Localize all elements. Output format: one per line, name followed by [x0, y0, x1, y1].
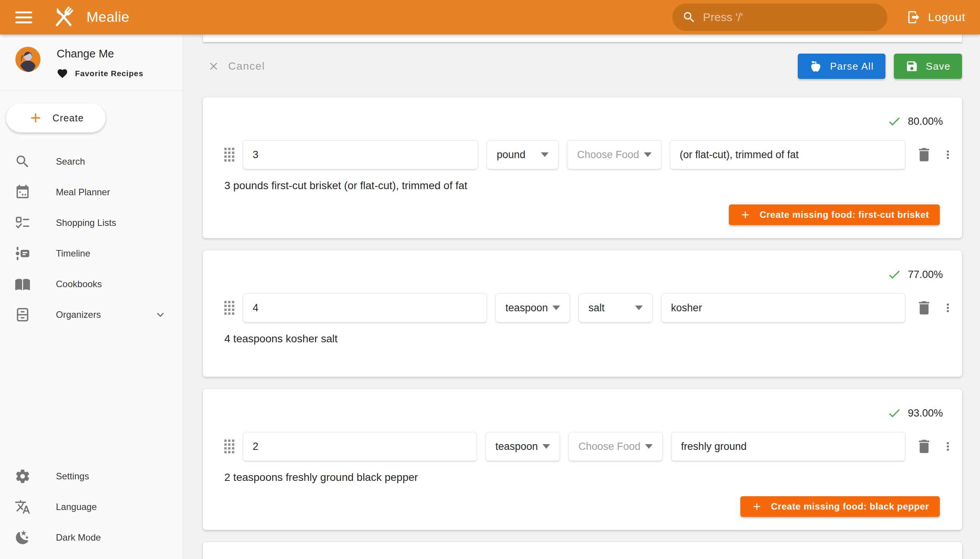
sidebar-item-label: Organizers: [56, 309, 101, 320]
food-select[interactable]: Choose Food: [568, 432, 663, 461]
book-open-icon: [15, 276, 31, 292]
save-button[interactable]: Save: [894, 54, 962, 79]
missing-food-row: Create missing food: first-cut brisket: [203, 192, 962, 225]
sidebar: Change Me Favorite Recipes Create Search: [0, 35, 183, 559]
favorites-label: Favorite Recipes: [75, 69, 143, 78]
note-input[interactable]: [671, 432, 906, 461]
logout-label: Logout: [928, 11, 965, 24]
original-ingredient-text: 4 teaspoons kosher salt: [224, 332, 940, 346]
global-search[interactable]: [672, 3, 887, 31]
search-icon: [682, 10, 696, 24]
confidence-indicator: 93.00%: [203, 389, 962, 420]
sidebar-item-timeline[interactable]: Timeline: [0, 238, 183, 269]
food-value: Choose Food: [577, 149, 639, 161]
food-select[interactable]: salt: [578, 293, 653, 322]
unit-value: pound: [496, 149, 525, 161]
delete-button[interactable]: [915, 145, 933, 165]
ingredient-card: 80.00% pound Choose Food: [203, 97, 962, 238]
trash-icon: [915, 438, 933, 455]
drag-handle[interactable]: [224, 440, 234, 453]
delete-button[interactable]: [915, 437, 933, 456]
sidebar-item-search[interactable]: Search: [0, 146, 183, 177]
heart-icon: [57, 68, 68, 79]
unit-select[interactable]: teaspoon: [495, 293, 570, 322]
note-input[interactable]: [670, 140, 906, 169]
ingredient-card: 93.00% teaspoon Choose Food: [203, 389, 962, 530]
cancel-button[interactable]: Cancel: [203, 60, 269, 72]
timeline-icon: [15, 245, 31, 261]
ingredient-fields: teaspoon salt: [203, 293, 962, 322]
chevron-down-icon: [154, 308, 167, 322]
confidence-value: 80.00%: [908, 116, 943, 127]
user-name: Change Me: [57, 48, 143, 60]
plus-icon: [28, 110, 43, 126]
quantity-input[interactable]: [243, 140, 478, 169]
food-value: salt: [588, 302, 605, 314]
sidebar-item-shopping-lists[interactable]: Shopping Lists: [0, 208, 183, 238]
food-select[interactable]: Choose Food: [567, 140, 661, 169]
sidebar-item-language[interactable]: Language: [0, 491, 183, 522]
create-missing-food-button[interactable]: Create missing food: black pepper: [740, 496, 940, 517]
trash-icon: [915, 299, 933, 317]
sidebar-item-label: Dark Mode: [56, 532, 101, 543]
unit-select[interactable]: pound: [487, 140, 559, 169]
check-icon: [887, 114, 902, 129]
sidebar-item-label: Shopping Lists: [56, 217, 116, 228]
dropdown-arrow-icon: [635, 306, 643, 310]
unit-select[interactable]: teaspoon: [486, 432, 560, 461]
drag-handle[interactable]: [224, 148, 234, 162]
delete-button[interactable]: [915, 298, 933, 318]
gear-icon: [15, 468, 31, 485]
sidebar-item-settings[interactable]: Settings: [0, 461, 183, 491]
ingredient-list: 80.00% pound Choose Food: [203, 97, 962, 559]
sidebar-divider: [0, 90, 183, 90]
parse-all-label: Parse All: [830, 61, 874, 72]
confidence-indicator: 77.00%: [203, 250, 962, 282]
checklist-icon: [15, 215, 31, 231]
save-label: Save: [926, 61, 950, 72]
check-icon: [887, 267, 902, 282]
dropdown-arrow-icon: [644, 152, 651, 157]
parse-all-button[interactable]: Parse All: [798, 54, 885, 79]
quantity-input[interactable]: [243, 293, 487, 322]
original-ingredient-text: 3 pounds first-cut brisket (or flat-cut)…: [224, 179, 940, 192]
favorite-recipes-link[interactable]: Favorite Recipes: [57, 68, 143, 79]
ingredient-fields: teaspoon Choose Food: [203, 432, 962, 461]
missing-food-row: Create missing food: black pepper: [203, 484, 962, 517]
mealie-logo-icon: [49, 3, 78, 32]
more-options-button[interactable]: [941, 145, 954, 165]
drag-handle[interactable]: [224, 301, 234, 315]
avatar[interactable]: [15, 47, 41, 72]
file-cabinet-icon: [15, 307, 31, 323]
check-icon: [887, 406, 902, 420]
unit-value: teaspoon: [495, 441, 538, 453]
more-options-button[interactable]: [941, 437, 954, 456]
mealie-app: Mealie Logout: [0, 0, 980, 559]
scrolled-card-edge: [203, 35, 962, 42]
more-options-button[interactable]: [941, 298, 954, 318]
search-input[interactable]: [703, 11, 878, 24]
note-input[interactable]: [661, 293, 906, 322]
logout-button[interactable]: Logout: [907, 10, 965, 25]
create-missing-food-button[interactable]: Create missing food: first-cut brisket: [729, 205, 940, 225]
create-button[interactable]: Create: [6, 103, 106, 132]
quantity-input[interactable]: [243, 432, 477, 461]
hamburger-menu-button[interactable]: [15, 12, 32, 23]
sidebar-item-cookbooks[interactable]: Cookbooks: [0, 269, 183, 299]
trash-icon: [915, 146, 933, 164]
ingredient-fields: pound Choose Food: [203, 140, 962, 169]
dropdown-arrow-icon: [542, 444, 550, 449]
user-profile-link[interactable]: Change Me Favorite Recipes: [0, 35, 183, 90]
cancel-label: Cancel: [228, 60, 265, 72]
ingredient-parser-page: Cancel Parse All Save: [183, 35, 980, 559]
sidebar-nav: Search Meal Planner Shopping Lists Timel…: [0, 146, 183, 330]
dropdown-arrow-icon: [541, 152, 549, 157]
moon-icon: [15, 529, 31, 546]
sidebar-item-label: Search: [56, 156, 85, 167]
sidebar-item-dark-mode[interactable]: Dark Mode: [0, 522, 183, 553]
create-missing-food-label: Create missing food: first-cut brisket: [760, 210, 929, 220]
sidebar-item-meal-planner[interactable]: Meal Planner: [0, 177, 183, 208]
sidebar-item-label: Cookbooks: [56, 279, 102, 289]
sidebar-item-organizers[interactable]: Organizers: [0, 299, 183, 330]
dropdown-arrow-icon: [552, 306, 560, 310]
